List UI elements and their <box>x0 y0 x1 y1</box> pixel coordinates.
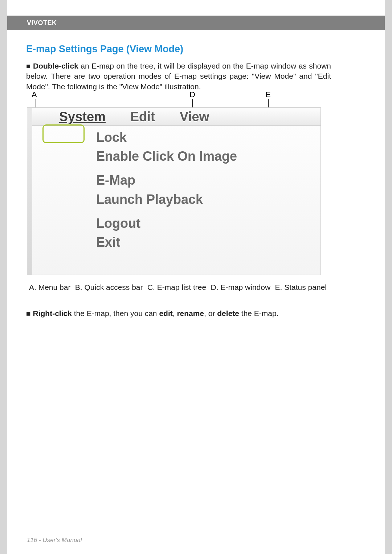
menu-item-launch-playback[interactable]: Launch Playback <box>96 190 314 209</box>
dropdown-group-1: Lock Enable Click On Image <box>96 128 314 166</box>
quick-access-bar-highlight <box>42 124 85 143</box>
legend-e: E. Status panel <box>275 283 327 292</box>
p2-mid: the E-map, then you can <box>72 309 159 317</box>
dropdown-group-3: Logout Exit <box>96 214 314 252</box>
menu-item-logout[interactable]: Logout <box>96 214 314 233</box>
legend-b: B. Quick access bar <box>75 283 143 292</box>
callout-labels-top: A D E <box>32 90 286 98</box>
p2-delete: delete <box>217 309 239 317</box>
p2-post: the E-map. <box>239 309 279 317</box>
menubar: System Edit View <box>32 108 320 126</box>
legend-a: A. Menu bar <box>29 283 70 292</box>
callout-label-e: E <box>265 90 271 99</box>
callout-line-e <box>268 99 269 108</box>
callout-line-a <box>36 99 36 108</box>
menu-view[interactable]: View <box>177 108 211 126</box>
p2-rename: rename <box>177 309 204 317</box>
section-title: E-map Settings Page (View Mode) <box>26 44 183 55</box>
intro-paragraph: ■ Double-click an E-map on the tree, it … <box>26 61 331 92</box>
legend-row: A. Menu bar B. Quick access bar C. E-map… <box>29 283 327 292</box>
manual-page: VIVOTEK E-map Settings Page (View Mode) … <box>7 0 385 554</box>
legend-c: C. E-map list tree <box>147 283 206 292</box>
menu-item-exit[interactable]: Exit <box>96 233 314 252</box>
menu-item-enable-click-on-image[interactable]: Enable Click On Image <box>96 147 314 166</box>
right-click-bold: Right-click <box>33 309 72 317</box>
bullet-icon: ■ <box>26 62 33 70</box>
menu-item-e-map[interactable]: E-Map <box>96 171 314 190</box>
dropdown-group-2: E-Map Launch Playback <box>96 171 314 209</box>
header-brand: VIVOTEK <box>27 19 57 27</box>
p2-s1: , <box>173 309 177 317</box>
menu-item-lock[interactable]: Lock <box>96 128 314 147</box>
menu-edit[interactable]: Edit <box>128 108 157 126</box>
menu-system[interactable]: System <box>57 108 108 126</box>
bullet-icon: ■ <box>26 309 33 317</box>
screenshot-left-rail <box>27 108 32 275</box>
rightclick-paragraph: ■ Right-click the E-map, then you can ed… <box>26 308 331 319</box>
system-dropdown: Lock Enable Click On Image E-Map Launch … <box>96 128 314 257</box>
callout-label-d: D <box>189 90 195 99</box>
legend-d: D. E-map window <box>211 283 271 292</box>
header-band: VIVOTEK <box>7 16 385 30</box>
callout-label-a: A <box>32 90 37 99</box>
page-footer: 116 - User's Manual <box>27 537 82 544</box>
p2-s2: , or <box>204 309 217 317</box>
embedded-screenshot: System Edit View Lock Enable Click On Im… <box>27 107 321 275</box>
header-rule <box>7 34 385 34</box>
double-click-bold: Double-click <box>33 62 78 70</box>
p2-edit: edit <box>159 309 172 317</box>
